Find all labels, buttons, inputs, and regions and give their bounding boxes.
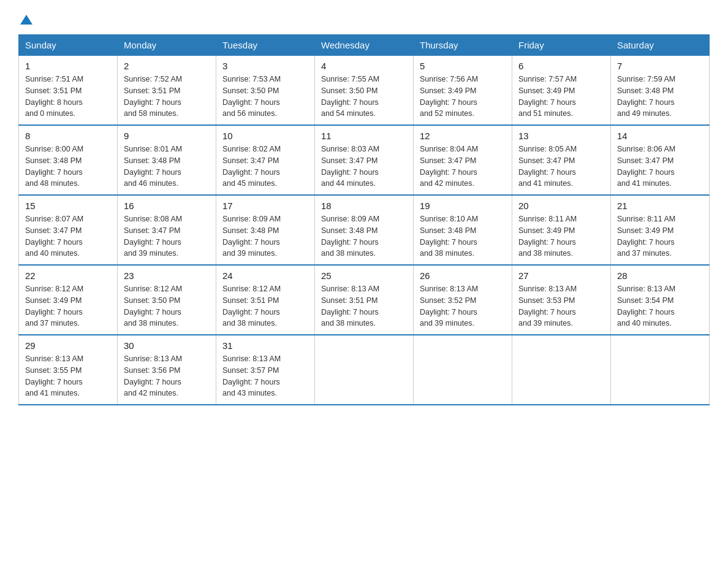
day-info: Sunrise: 8:02 AMSunset: 3:47 PMDaylight:… [222,144,308,190]
calendar-day-cell: 28Sunrise: 8:13 AMSunset: 3:54 PMDayligh… [611,265,710,335]
day-number: 9 [124,131,210,141]
day-number: 21 [617,201,703,211]
day-info: Sunrise: 8:12 AMSunset: 3:50 PMDaylight:… [124,283,210,329]
day-number: 11 [321,131,407,141]
day-number: 2 [124,61,210,71]
day-number: 12 [420,131,506,141]
svg-marker-0 [20,15,32,25]
column-header-monday: Monday [118,35,216,56]
day-number: 16 [124,201,210,211]
calendar-day-cell: 13Sunrise: 8:05 AMSunset: 3:47 PMDayligh… [512,125,611,195]
day-number: 19 [420,201,506,211]
calendar-day-cell: 20Sunrise: 8:11 AMSunset: 3:49 PMDayligh… [512,195,611,265]
day-info: Sunrise: 8:10 AMSunset: 3:48 PMDaylight:… [420,213,506,259]
day-number: 20 [518,201,604,211]
day-info: Sunrise: 8:12 AMSunset: 3:49 PMDaylight:… [25,283,111,329]
calendar-day-cell: 3Sunrise: 7:53 AMSunset: 3:50 PMDaylight… [216,56,315,126]
day-number: 31 [222,340,308,351]
day-number: 25 [321,270,407,281]
day-number: 30 [124,340,210,351]
day-info: Sunrise: 8:04 AMSunset: 3:47 PMDaylight:… [420,144,506,190]
day-info: Sunrise: 8:07 AMSunset: 3:47 PMDaylight:… [25,213,111,259]
day-number: 28 [617,270,703,281]
calendar-day-cell: 30Sunrise: 8:13 AMSunset: 3:56 PMDayligh… [118,335,216,405]
day-info: Sunrise: 8:11 AMSunset: 3:49 PMDaylight:… [518,213,604,259]
calendar-day-cell [414,335,512,405]
calendar-day-cell: 2Sunrise: 7:52 AMSunset: 3:51 PMDaylight… [118,56,216,126]
calendar-day-cell: 12Sunrise: 8:04 AMSunset: 3:47 PMDayligh… [414,125,512,195]
day-number: 22 [25,270,111,281]
day-info: Sunrise: 8:09 AMSunset: 3:48 PMDaylight:… [222,213,308,259]
day-info: Sunrise: 7:53 AMSunset: 3:50 PMDaylight:… [222,74,308,120]
day-number: 27 [518,270,604,281]
day-number: 29 [25,340,111,351]
day-info: Sunrise: 7:55 AMSunset: 3:50 PMDaylight:… [321,74,407,120]
day-info: Sunrise: 8:01 AMSunset: 3:48 PMDaylight:… [124,144,210,190]
day-number: 24 [222,270,308,281]
calendar-day-cell: 9Sunrise: 8:01 AMSunset: 3:48 PMDaylight… [118,125,216,195]
day-info: Sunrise: 7:59 AMSunset: 3:48 PMDaylight:… [617,74,703,120]
calendar-day-cell: 17Sunrise: 8:09 AMSunset: 3:48 PMDayligh… [216,195,315,265]
calendar-header-row: SundayMondayTuesdayWednesdayThursdayFrid… [19,35,710,56]
calendar-week-row: 15Sunrise: 8:07 AMSunset: 3:47 PMDayligh… [19,195,710,265]
day-number: 3 [222,61,308,71]
day-number: 17 [222,201,308,211]
calendar-week-row: 29Sunrise: 8:13 AMSunset: 3:55 PMDayligh… [19,335,710,405]
day-info: Sunrise: 8:00 AMSunset: 3:48 PMDaylight:… [25,144,111,190]
calendar-day-cell: 18Sunrise: 8:09 AMSunset: 3:48 PMDayligh… [315,195,414,265]
logo [18,12,32,25]
day-info: Sunrise: 7:56 AMSunset: 3:49 PMDaylight:… [420,74,506,120]
calendar-week-row: 22Sunrise: 8:12 AMSunset: 3:49 PMDayligh… [19,265,710,335]
day-number: 7 [617,61,703,71]
column-header-saturday: Saturday [611,35,710,56]
column-header-thursday: Thursday [414,35,512,56]
calendar-day-cell: 8Sunrise: 8:00 AMSunset: 3:48 PMDaylight… [19,125,118,195]
page-header [18,12,710,25]
day-number: 15 [25,201,111,211]
column-header-sunday: Sunday [19,35,118,56]
day-number: 26 [420,270,506,281]
calendar-day-cell [512,335,611,405]
calendar-day-cell: 21Sunrise: 8:11 AMSunset: 3:49 PMDayligh… [611,195,710,265]
day-info: Sunrise: 8:13 AMSunset: 3:56 PMDaylight:… [124,353,210,399]
day-info: Sunrise: 8:13 AMSunset: 3:52 PMDaylight:… [420,283,506,329]
day-number: 14 [617,131,703,141]
day-number: 23 [124,270,210,281]
day-info: Sunrise: 8:13 AMSunset: 3:51 PMDaylight:… [321,283,407,329]
day-info: Sunrise: 8:03 AMSunset: 3:47 PMDaylight:… [321,144,407,190]
day-number: 18 [321,201,407,211]
calendar-day-cell: 15Sunrise: 8:07 AMSunset: 3:47 PMDayligh… [19,195,118,265]
calendar-day-cell: 5Sunrise: 7:56 AMSunset: 3:49 PMDaylight… [414,56,512,126]
day-number: 4 [321,61,407,71]
day-number: 5 [420,61,506,71]
calendar-day-cell: 19Sunrise: 8:10 AMSunset: 3:48 PMDayligh… [414,195,512,265]
calendar-day-cell: 14Sunrise: 8:06 AMSunset: 3:47 PMDayligh… [611,125,710,195]
day-info: Sunrise: 8:13 AMSunset: 3:54 PMDaylight:… [617,283,703,329]
calendar-day-cell: 7Sunrise: 7:59 AMSunset: 3:48 PMDaylight… [611,56,710,126]
day-number: 1 [25,61,111,71]
day-info: Sunrise: 8:05 AMSunset: 3:47 PMDaylight:… [518,144,604,190]
calendar-day-cell: 10Sunrise: 8:02 AMSunset: 3:47 PMDayligh… [216,125,315,195]
calendar-day-cell: 4Sunrise: 7:55 AMSunset: 3:50 PMDaylight… [315,56,414,126]
day-number: 8 [25,131,111,141]
calendar-day-cell: 27Sunrise: 8:13 AMSunset: 3:53 PMDayligh… [512,265,611,335]
day-info: Sunrise: 7:52 AMSunset: 3:51 PMDaylight:… [124,74,210,120]
calendar-day-cell: 24Sunrise: 8:12 AMSunset: 3:51 PMDayligh… [216,265,315,335]
calendar-table: SundayMondayTuesdayWednesdayThursdayFrid… [18,34,710,405]
calendar-day-cell: 22Sunrise: 8:12 AMSunset: 3:49 PMDayligh… [19,265,118,335]
logo-triangle-icon [20,13,32,26]
calendar-day-cell: 6Sunrise: 7:57 AMSunset: 3:49 PMDaylight… [512,56,611,126]
column-header-friday: Friday [512,35,611,56]
day-info: Sunrise: 8:08 AMSunset: 3:47 PMDaylight:… [124,213,210,259]
calendar-day-cell: 26Sunrise: 8:13 AMSunset: 3:52 PMDayligh… [414,265,512,335]
day-info: Sunrise: 8:11 AMSunset: 3:49 PMDaylight:… [617,213,703,259]
calendar-week-row: 8Sunrise: 8:00 AMSunset: 3:48 PMDaylight… [19,125,710,195]
day-info: Sunrise: 8:06 AMSunset: 3:47 PMDaylight:… [617,144,703,190]
day-info: Sunrise: 7:57 AMSunset: 3:49 PMDaylight:… [518,74,604,120]
day-number: 6 [518,61,604,71]
day-number: 10 [222,131,308,141]
calendar-day-cell: 31Sunrise: 8:13 AMSunset: 3:57 PMDayligh… [216,335,315,405]
calendar-day-cell [315,335,414,405]
calendar-day-cell: 29Sunrise: 8:13 AMSunset: 3:55 PMDayligh… [19,335,118,405]
day-info: Sunrise: 8:09 AMSunset: 3:48 PMDaylight:… [321,213,407,259]
